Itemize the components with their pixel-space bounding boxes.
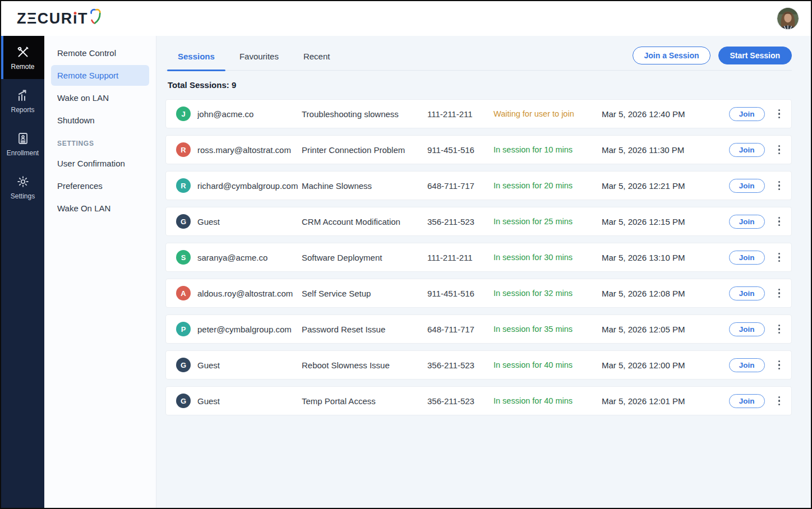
user-avatar: P (176, 322, 191, 336)
session-row: S saranya@acme.co Software Deployment 11… (165, 243, 792, 272)
session-status: In session for 30 mins (493, 253, 602, 262)
user-email: aldous.roy@altostrat.com (197, 289, 293, 298)
session-row-actions: Join (729, 215, 783, 229)
logo-text-start: ZΞCUR (17, 10, 73, 27)
join-button[interactable]: Join (729, 251, 765, 265)
nav-item-settings[interactable]: Settings (1, 165, 44, 209)
tools-icon (16, 45, 30, 59)
kebab-menu-icon[interactable] (775, 286, 784, 300)
remote-sidebar: Remote Control Remote Support Wake on LA… (44, 36, 156, 508)
session-issue: Machine Slowness (302, 181, 427, 191)
join-button[interactable]: Join (729, 322, 765, 336)
session-status: In session for 32 mins (493, 289, 602, 298)
sidebar-item-shutdown[interactable]: Shutdown (51, 110, 149, 131)
sidebar-item-remote-control[interactable]: Remote Control (51, 43, 149, 63)
user-email: Guest (197, 217, 220, 226)
session-datetime: Mar 5, 2026 12:21 PM (602, 181, 702, 191)
logo-shield-icon (89, 8, 101, 25)
tab-sessions[interactable]: Sessions (165, 45, 227, 70)
session-issue: Password Reset Issue (302, 325, 427, 334)
session-status: In session for 35 mins (493, 325, 602, 334)
kebab-menu-icon[interactable] (775, 107, 784, 121)
session-row: R ross.mary@altostrat.com Printer Connec… (165, 135, 792, 164)
session-id: 356-211-523 (427, 217, 493, 226)
primary-nav-rail: Remote Reports Enrollment Settings (1, 36, 44, 508)
session-user-cell: G Guest (176, 394, 302, 408)
sidebar-item-wake-on-lan-settings[interactable]: Wake On LAN (51, 198, 149, 219)
logo-letter-t: T (78, 10, 88, 27)
nav-label: Reports (11, 106, 34, 114)
sidebar-item-user-confirmation[interactable]: User Confirmation (51, 153, 149, 174)
session-id: 111-211-211 (427, 253, 493, 262)
kebab-menu-icon[interactable] (775, 179, 784, 193)
session-row: J john@acme.co Troubleshooting slowness … (165, 99, 792, 128)
session-user-cell: G Guest (176, 214, 302, 229)
user-email: ross.mary@altostrat.com (197, 145, 291, 155)
session-actions: Join a Session Start Session (633, 47, 792, 69)
session-row-actions: Join (729, 358, 783, 372)
nav-item-remote[interactable]: Remote (1, 36, 44, 79)
join-a-session-button[interactable]: Join a Session (633, 47, 710, 64)
nav-item-reports[interactable]: Reports (1, 79, 44, 122)
tab-favourites[interactable]: Favourites (227, 45, 291, 70)
session-issue: Troubleshooting slowness (302, 109, 427, 119)
session-status: In session for 10 mins (493, 145, 602, 154)
session-id: 911-451-516 (427, 289, 493, 298)
join-button[interactable]: Join (729, 358, 765, 372)
user-email: richard@cymbalgroup.com (197, 181, 298, 191)
kebab-menu-icon[interactable] (775, 251, 784, 265)
session-row: P peter@cymbalgroup.com Password Reset I… (165, 314, 792, 344)
nav-label: Enrollment (7, 149, 39, 157)
session-tabbar: Sessions Favourites Recent Join a Sessio… (165, 45, 792, 71)
session-row: A aldous.roy@altostrat.com Self Service … (165, 279, 792, 308)
user-email: Guest (197, 396, 220, 406)
zecurit-logo: ZΞCURıT (17, 10, 101, 27)
user-email: Guest (197, 360, 220, 370)
sidebar-item-preferences[interactable]: Preferences (51, 175, 149, 196)
nav-item-enrollment[interactable]: Enrollment (1, 122, 44, 165)
session-row-actions: Join (729, 179, 783, 193)
join-button[interactable]: Join (729, 215, 765, 229)
kebab-menu-icon[interactable] (775, 143, 784, 157)
session-id: 356-211-523 (427, 360, 493, 370)
session-status: In session for 40 mins (493, 360, 602, 369)
session-user-cell: J john@acme.co (176, 107, 302, 121)
session-list: J john@acme.co Troubleshooting slowness … (165, 99, 792, 415)
session-user-cell: G Guest (176, 358, 302, 372)
logo-letter-i: ı (73, 10, 78, 27)
session-user-cell: S saranya@acme.co (176, 250, 302, 265)
session-issue: Printer Connection Problem (302, 145, 427, 155)
session-row: G Guest Reboot Slowness Issue 356-211-52… (165, 350, 792, 380)
kebab-menu-icon[interactable] (775, 358, 784, 372)
join-button[interactable]: Join (729, 179, 765, 193)
session-user-cell: A aldous.roy@altostrat.com (176, 286, 302, 300)
profile-avatar[interactable] (777, 8, 799, 29)
kebab-menu-icon[interactable] (775, 394, 784, 408)
user-avatar: J (176, 107, 191, 121)
session-status: In session for 40 mins (493, 396, 602, 405)
session-user-cell: P peter@cymbalgroup.com (176, 322, 302, 336)
session-id: 356-211-523 (427, 396, 493, 406)
session-status: In session for 20 mins (493, 181, 602, 190)
session-issue: Reboot Slowness Issue (302, 360, 427, 370)
start-session-button[interactable]: Start Session (718, 47, 792, 64)
user-email: john@acme.co (197, 109, 253, 119)
nav-label: Remote (11, 63, 34, 71)
user-avatar: G (176, 394, 191, 408)
session-datetime: Mar 5, 2026 12:01 PM (602, 396, 702, 406)
session-row-actions: Join (729, 286, 783, 300)
gear-icon (16, 175, 30, 188)
join-button[interactable]: Join (729, 394, 765, 408)
user-avatar: G (176, 214, 191, 229)
join-button[interactable]: Join (729, 107, 765, 121)
kebab-menu-icon[interactable] (775, 322, 784, 336)
kebab-menu-icon[interactable] (775, 215, 784, 229)
session-user-cell: R richard@cymbalgroup.com (176, 178, 302, 193)
sidebar-item-wake-on-lan[interactable]: Wake on LAN (51, 87, 149, 108)
join-button[interactable]: Join (729, 286, 765, 300)
tab-recent[interactable]: Recent (291, 45, 343, 70)
session-row-actions: Join (729, 394, 783, 408)
session-row-actions: Join (729, 322, 783, 336)
sidebar-item-remote-support[interactable]: Remote Support (51, 65, 149, 86)
join-button[interactable]: Join (729, 143, 765, 157)
